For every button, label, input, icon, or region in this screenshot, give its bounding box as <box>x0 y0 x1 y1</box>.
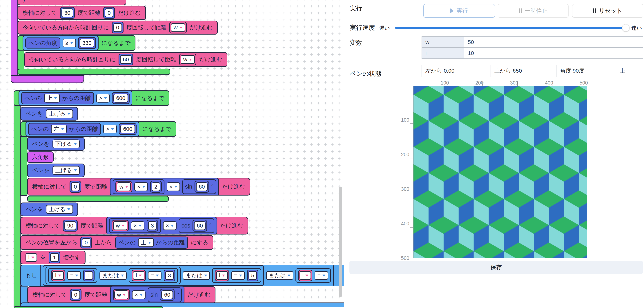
increment-variable-block[interactable]: i を 1 増やす <box>20 251 86 264</box>
or-block-level2[interactable]: i = 1 または i = 3 または i = <box>43 265 264 286</box>
set-pen-position-block[interactable]: ペンの位置を左から 0 上から ペンの 上 からの距離 にする <box>20 235 213 250</box>
limit-input[interactable]: 330 <box>80 39 94 47</box>
direction-dropdown[interactable]: 上 <box>44 94 60 103</box>
function-def-wrapper-wall[interactable] <box>11 0 18 83</box>
pen-updown-dropdown[interactable]: 下げる <box>52 139 80 148</box>
hexagon-call-block[interactable]: 六角形 <box>27 151 54 163</box>
pen-updown-dropdown[interactable]: 上げる <box>46 205 73 214</box>
variable-i-dropdown[interactable]: i <box>26 253 37 262</box>
move-on-axis-block-3[interactable]: 横軸に対して 90 度で距離 w × 3 × cos 60 ° だけ進む <box>20 217 248 234</box>
speed-slider-track[interactable] <box>395 27 626 29</box>
pen-distance-reporter[interactable]: ペンの 左 からの距離 <box>28 123 101 135</box>
equals-block[interactable]: i = 3 <box>129 268 178 283</box>
angle-input[interactable]: 0 <box>72 290 80 299</box>
variable-i-reporter[interactable]: i <box>298 270 312 281</box>
variable-i-reporter[interactable]: i <box>51 270 65 281</box>
cos-angle-input[interactable]: 60 <box>194 221 206 230</box>
repeat-until-bottom[interactable] <box>18 69 170 75</box>
variable-i-dropdown[interactable]: i <box>216 271 228 280</box>
or-operator-dropdown[interactable]: または <box>100 271 127 280</box>
rotate-move-block-2[interactable]: 今向いている方向から時計回りに 60 度回転して距離 w だけ進む <box>24 52 228 67</box>
multiply-block[interactable]: w × 3 <box>109 218 161 233</box>
limit-input[interactable]: 600 <box>120 125 135 133</box>
pause-button[interactable]: 一時停止 <box>498 4 568 18</box>
or-operator-dropdown[interactable]: または <box>266 271 293 280</box>
comparison-operator-dropdown[interactable]: ≥ <box>62 39 76 47</box>
operator-dropdown[interactable]: = <box>148 271 162 280</box>
or-block-level3[interactable]: i = 1 または i = 3 または i = <box>40 265 334 286</box>
pen-up-block-1[interactable]: ペンを 上げる <box>20 107 78 120</box>
compare-input[interactable]: 3 <box>165 271 174 280</box>
angle-input[interactable]: 90 <box>64 221 76 230</box>
pen-up-block-3[interactable]: ペンを 上げる <box>20 203 78 216</box>
comparison-operator-dropdown[interactable]: > <box>96 94 110 103</box>
math-expression-block[interactable]: w × 3 × cos 60 ° <box>106 217 217 234</box>
variable-w-reporter[interactable]: w <box>179 54 196 65</box>
if-block-wall[interactable] <box>20 286 28 303</box>
variable-i-dropdown[interactable]: i <box>133 271 144 280</box>
pen-distance-reporter[interactable]: ペンの 上 からの距離 <box>115 237 188 249</box>
if-block-header[interactable]: もし i = 1 または i = 3 <box>20 265 344 286</box>
move-on-axis-block-1[interactable]: 横軸に対して 30 度で距離 0 だけ進む <box>18 6 146 20</box>
equals-block-clipped[interactable]: i = <box>296 268 331 283</box>
run-button[interactable]: 実行 <box>424 4 495 18</box>
move-on-axis-block-4[interactable]: 横軸に対して 0 度で距離 w × sin 60 ° だけ進む <box>28 286 216 303</box>
variable-w-dropdown[interactable]: w <box>114 290 129 299</box>
variable-i-reporter[interactable]: i <box>132 270 146 281</box>
outer-repeat-bottom[interactable] <box>14 306 163 308</box>
sin-block[interactable]: sin 60 ° <box>148 287 182 302</box>
rotate-angle-input[interactable]: 60 <box>120 55 132 64</box>
operator-dropdown[interactable]: × <box>163 221 176 230</box>
repeat-until-pen-angle-header[interactable]: ペンの角度 ≥ 330 になるまで <box>18 35 136 51</box>
comparison-block[interactable]: ペンの 左 からの距離 > 600 <box>26 121 139 136</box>
speed-slider-thumb[interactable] <box>622 24 630 32</box>
repeat-until-pen-top-header[interactable]: ペンの 上 からの距離 > 600 になるまで <box>14 90 170 106</box>
multiply-block[interactable]: w × 2 <box>113 179 164 194</box>
operator-dropdown[interactable]: × <box>167 182 180 191</box>
pen-down-block[interactable]: ペンを 下げる <box>27 137 84 151</box>
save-button[interactable]: 保存 <box>350 261 643 274</box>
left-position-input[interactable]: 0 <box>82 238 90 247</box>
operator-dropdown[interactable]: = <box>67 271 81 280</box>
direction-dropdown[interactable]: 上 <box>138 238 154 247</box>
sin-angle-input[interactable]: 60 <box>161 290 173 299</box>
comparison-block[interactable]: ペンの 上 からの距離 > 600 <box>18 91 132 106</box>
rotate-move-block-1[interactable]: 今向いている方向から時計回りに 0 度回転して距離 w だけ進む <box>18 21 218 35</box>
operator-dropdown[interactable]: = <box>231 271 245 280</box>
math-expression-block[interactable]: w × sin 60 ° <box>110 286 185 303</box>
variable-w-reporter[interactable]: w <box>170 22 187 34</box>
cos-block[interactable]: cos 60 ° <box>179 218 214 233</box>
angle-input[interactable]: 0 <box>71 182 80 191</box>
move-on-axis-block-2[interactable]: 横軸に対して 0 度で距離 w × 2 × sin 60 ° だけ進む <box>27 178 250 196</box>
function-def-wrapper-bottom[interactable] <box>11 75 84 83</box>
reset-button[interactable]: リセット <box>572 4 643 18</box>
comparison-operator-dropdown[interactable]: > <box>103 125 117 133</box>
repeat-until-pen-left-header[interactable]: ペンの 左 からの距離 > 600 になるまで <box>20 121 176 137</box>
pen-updown-dropdown[interactable]: 上げる <box>46 109 73 118</box>
pen-up-block-2[interactable]: ペンを 上げる <box>27 164 84 177</box>
pen-updown-dropdown[interactable]: 上げる <box>52 166 80 175</box>
compare-input[interactable]: 1 <box>84 271 93 280</box>
variable-w-dropdown[interactable]: w <box>180 55 195 64</box>
or-operator-dropdown[interactable]: または <box>183 271 210 280</box>
limit-input[interactable]: 600 <box>114 94 128 103</box>
comparison-block[interactable]: ペンの角度 ≥ 330 <box>22 36 98 50</box>
repeat-until-wall[interactable] <box>18 50 24 71</box>
inner-repeat-wall[interactable] <box>20 136 27 196</box>
equals-block[interactable]: i = 1 <box>48 268 97 283</box>
variable-w-reporter[interactable]: w <box>112 220 129 231</box>
variable-w-dropdown[interactable]: w <box>113 221 127 230</box>
compare-input[interactable]: 5 <box>248 271 257 280</box>
variable-w-dropdown[interactable]: w <box>117 182 131 191</box>
variable-i-dropdown[interactable]: i <box>52 271 64 280</box>
variable-i-dropdown[interactable]: i <box>300 271 311 280</box>
operator-dropdown[interactable]: × <box>134 182 148 191</box>
factor-input[interactable]: 3 <box>148 221 157 230</box>
workspace-scrollbar[interactable] <box>339 187 342 297</box>
operator-dropdown[interactable]: × <box>131 221 144 230</box>
cutoff-statement-block[interactable]: ） <box>18 0 126 5</box>
variable-w-dropdown[interactable]: w <box>171 23 185 32</box>
direction-dropdown[interactable]: 左 <box>51 125 67 133</box>
increment-input[interactable]: 1 <box>50 253 59 262</box>
factor-input[interactable]: 2 <box>152 182 160 191</box>
